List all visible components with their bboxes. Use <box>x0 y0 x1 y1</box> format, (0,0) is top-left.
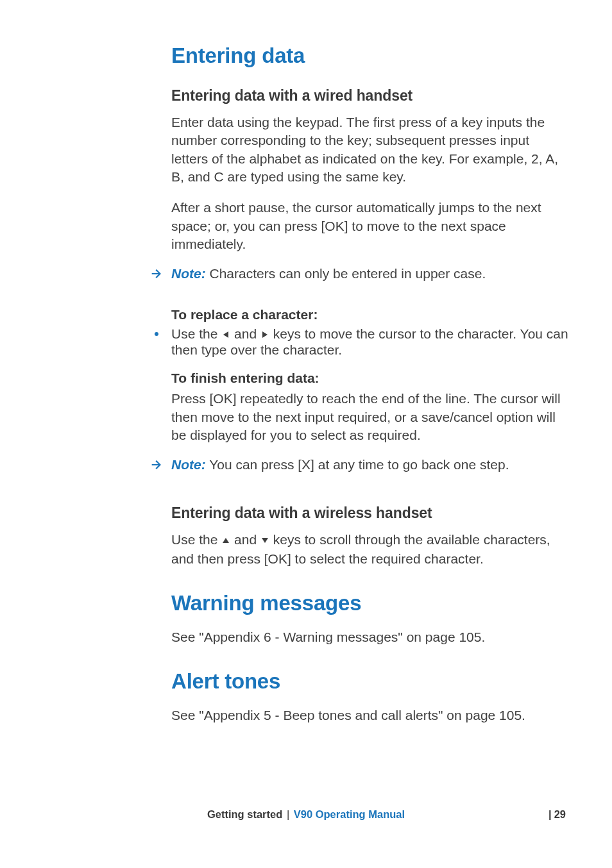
heading-warning-messages: Warning messages <box>171 591 569 615</box>
note-body: Characters can only be entered in upper … <box>206 266 486 281</box>
note-label: Note: <box>171 457 206 472</box>
triangle-down-icon <box>260 531 269 549</box>
triangle-up-icon <box>221 531 230 549</box>
note-body: You can press [X] at any time to go back… <box>206 457 509 472</box>
bullet-text: Use the and keys to move the cursor to t… <box>171 326 568 357</box>
note-go-back: Note: You can press [X] at any time to g… <box>171 457 569 472</box>
heading-wireless-handset: Entering data with a wireless handset <box>171 505 569 522</box>
para-cursor-jump: After a short pause, the cursor automati… <box>171 199 569 253</box>
triangle-right-icon <box>260 327 269 342</box>
arrow-right-icon <box>149 267 164 281</box>
page-number-bar: | <box>548 808 554 820</box>
bullet-replace: Use the and keys to move the cursor to t… <box>171 326 569 358</box>
para-wireless: Use the and keys to scroll through the a… <box>171 531 569 568</box>
heading-replace-char: To replace a character: <box>171 307 569 322</box>
note-text: Note: You can press [X] at any time to g… <box>171 457 509 472</box>
page-number-value: 29 <box>554 808 566 820</box>
text-fragment: Use the <box>171 326 221 341</box>
content-column: Entering data Entering data with a wired… <box>171 44 569 738</box>
text-fragment: and <box>230 326 260 341</box>
note-text: Note: Characters can only be entered in … <box>171 266 486 281</box>
text-fragment: Use the <box>171 532 221 547</box>
arrow-right-icon <box>149 458 164 472</box>
triangle-left-icon <box>221 327 230 342</box>
page-number: |29 <box>548 808 566 821</box>
para-alert-ref: See "Appendix 5 - Beep tones and call al… <box>171 706 569 724</box>
heading-alert-tones: Alert tones <box>171 669 569 694</box>
footer-doc-name: V90 Operating Manual <box>294 808 405 820</box>
heading-wired-handset: Entering data with a wired handset <box>171 87 569 104</box>
note-uppercase: Note: Characters can only be entered in … <box>171 266 569 281</box>
heading-entering-data: Entering data <box>171 44 569 68</box>
para-enter-keypad: Enter data using the keypad. The first p… <box>171 113 569 186</box>
text-fragment: and <box>230 532 260 547</box>
para-warning-ref: See "Appendix 6 - Warning messages" on p… <box>171 628 569 646</box>
footer-separator: | <box>285 808 291 820</box>
note-label: Note: <box>171 266 206 281</box>
footer-section: Getting started <box>207 808 282 820</box>
heading-finish-data: To finish entering data: <box>171 371 569 386</box>
footer: Getting started | V90 Operating Manual <box>0 808 612 821</box>
bullet-icon <box>155 332 158 336</box>
para-finish: Press [OK] repeatedly to reach the end o… <box>171 390 569 444</box>
page: Entering data Entering data with a wired… <box>0 0 612 868</box>
